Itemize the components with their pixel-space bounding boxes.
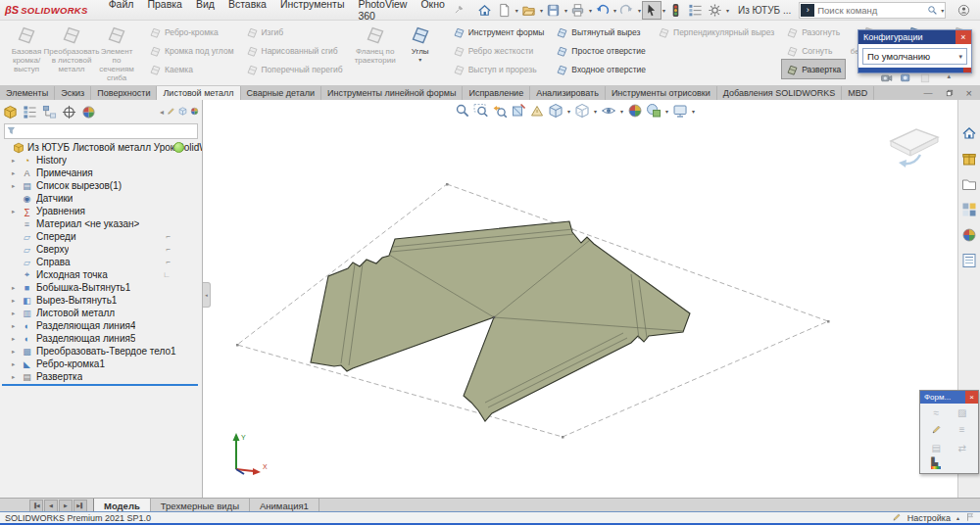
rebuild-button[interactable] [667, 2, 685, 19]
customize-label[interactable]: Настройка [907, 513, 951, 523]
formatting-close-button[interactable]: × [965, 391, 978, 404]
bottom-tab-трехмерные виды[interactable]: Трехмерные виды [151, 499, 250, 512]
file-explorer-tab[interactable] [961, 176, 977, 192]
vent-button[interactable]: Входное отверстие [552, 60, 650, 78]
pencil-tool-icon[interactable] [931, 424, 942, 437]
home-tab[interactable] [961, 125, 977, 141]
tree-item[interactable]: ▸▥Листовой металл [0, 307, 202, 319]
search-icon[interactable] [927, 5, 938, 16]
view-orientation-button[interactable] [548, 103, 564, 119]
tab-инструменты-отрисовки[interactable]: Инструменты отрисовки [606, 85, 717, 100]
open-button[interactable] [520, 2, 538, 19]
tree-item[interactable]: ▸◧Вырез-Вытянуть1 [0, 294, 202, 307]
menu-item[interactable]: Файл [102, 0, 141, 24]
appearances-tab[interactable] [961, 227, 977, 243]
tab-добавления-solidworks[interactable]: Добавления SOLIDWORKS [717, 85, 842, 100]
tree-item[interactable]: ▸■Бобышка-Вытянуть1 [0, 281, 202, 294]
tab-листовой-металл[interactable]: Листовой металл [157, 85, 240, 100]
menu-item[interactable]: PhotoView 360 [351, 0, 414, 24]
expand-icon[interactable]: ▸ [12, 310, 21, 317]
tree-item[interactable]: ▸∑Уравнения [0, 205, 202, 217]
expand-icon[interactable]: ▸ [12, 182, 21, 190]
tab-mbd[interactable]: MBD [842, 85, 874, 100]
sketched-bend-button[interactable]: Нарисованный сгиб [242, 41, 347, 60]
hem-button[interactable]: Каемка [145, 60, 238, 78]
next-tab-button[interactable]: ▶ [59, 500, 73, 512]
configurations-panel-titlebar[interactable]: Конфигурации × [858, 30, 971, 44]
panel-collapse-handle[interactable]: ◂ [203, 282, 211, 308]
expand-icon[interactable]: ▸ [12, 169, 21, 177]
bottom-tab-анимация1[interactable]: Анимация1 [250, 499, 319, 512]
tree-item[interactable]: ▸▩Преобразовать-Твердое тело1 [0, 345, 202, 358]
menu-item[interactable]: Окно [414, 0, 451, 24]
gusset-button[interactable]: Ребро жесткости [449, 41, 549, 60]
options-list-button[interactable] [687, 2, 705, 19]
print-button-dropdown-icon[interactable]: ▾ [589, 7, 592, 14]
hide-show-items-button[interactable] [601, 103, 616, 119]
view-orientation-button-dropdown-icon[interactable]: ▾ [567, 108, 570, 115]
hide-show-items-button-dropdown-icon[interactable]: ▾ [620, 108, 623, 115]
convert-to-sheet-metal-button[interactable]: Преобразовать в листовой металл [49, 20, 94, 85]
tree-item[interactable]: ▸▤Развертка [0, 370, 202, 383]
home-button[interactable] [476, 2, 494, 19]
corners-button[interactable]: Углы▾ [398, 20, 443, 85]
section-view-button[interactable] [511, 103, 526, 119]
bottom-tab-модель[interactable]: Модель [93, 499, 151, 512]
undo-button[interactable] [594, 2, 612, 19]
tab-исправление[interactable]: Исправление [463, 85, 530, 100]
tree-item[interactable]: ▸◣Ребро-кромка1 [0, 358, 202, 370]
search-dropdown-icon[interactable]: ▾ [941, 7, 944, 14]
propertymanager-tab[interactable] [23, 105, 37, 119]
command-search-input[interactable] [814, 5, 927, 16]
tag-icon[interactable] [965, 512, 975, 524]
swept-flange-button[interactable]: Фланец по траектории [353, 20, 398, 85]
swap-tool-icon[interactable]: ⇄ [958, 443, 966, 453]
expand-icon[interactable]: ▸ [12, 297, 21, 305]
settings-button-dropdown-icon[interactable]: ▾ [726, 7, 729, 14]
save-button-dropdown-icon[interactable]: ▾ [564, 7, 567, 14]
flatten-button[interactable]: Развертка [782, 60, 845, 78]
displaymanager-tab[interactable] [81, 105, 96, 119]
configuration-select[interactable]: По умолчанию ▾ [862, 48, 967, 65]
apply-scene-button-dropdown-icon[interactable]: ▾ [665, 108, 668, 115]
edge-flange-button[interactable]: Ребро-кромка [145, 23, 238, 41]
annotation-views-button[interactable] [529, 103, 545, 119]
custom-properties-tab[interactable] [961, 253, 977, 268]
expand-icon[interactable]: ▸ [12, 348, 21, 356]
save-button[interactable] [545, 2, 563, 19]
account-icon[interactable] [957, 4, 970, 17]
exit-flatten-icon[interactable] [887, 121, 942, 170]
tree-item[interactable]: ▱Спереди⌐ [0, 230, 202, 243]
expand-icon[interactable]: ▸ [12, 208, 21, 215]
new-document-button-dropdown-icon[interactable]: ▾ [515, 7, 518, 14]
view-palette-tab[interactable] [961, 202, 977, 217]
tab-анализировать[interactable]: Анализировать [530, 85, 606, 100]
expand-icon[interactable]: ▸ [12, 360, 21, 368]
menu-pin-icon[interactable] [454, 5, 464, 15]
doc-minimize-button[interactable]: — [924, 88, 933, 98]
design-library-tab[interactable] [961, 151, 977, 167]
tree-item[interactable]: ▸◐Разделяющая линия4 [0, 319, 202, 332]
settings-button[interactable] [707, 2, 724, 19]
first-tab-button[interactable]: ▐◀ [29, 500, 43, 512]
tree-item[interactable]: ▱Сверху⌐ [0, 243, 202, 256]
expand-icon[interactable]: ▸ [12, 322, 21, 330]
tab-сварные-детали[interactable]: Сварные детали [241, 85, 321, 100]
jog-button[interactable]: Изгиб [242, 23, 347, 41]
normal-cut-button[interactable]: Перпендикулярный вырез [654, 23, 778, 41]
ribbon-collapse-icon[interactable]: ▴ [947, 72, 951, 80]
zoom-to-area-button[interactable] [473, 103, 489, 119]
configurationmanager-tab[interactable] [42, 105, 57, 119]
simple-hole-button[interactable]: Простое отверстие [552, 41, 650, 60]
prev-tab-button[interactable]: ◀ [44, 500, 58, 512]
featuremanager-tree-tab[interactable] [3, 105, 18, 119]
zoom-to-fit-button[interactable] [455, 103, 470, 119]
tree-item[interactable]: ▱Справа⌐ [0, 256, 202, 268]
configurations-close-button[interactable]: × [956, 30, 971, 44]
lofted-bend-button[interactable]: Элемент по сечениям сгиба [94, 20, 139, 85]
new-document-button[interactable] [496, 2, 514, 19]
menu-item[interactable]: Инструменты [273, 0, 351, 24]
customize-chevron-icon[interactable]: ▴ [956, 514, 959, 521]
record-video-icon[interactable] [900, 72, 912, 84]
edit-appearance-button[interactable] [627, 103, 643, 119]
